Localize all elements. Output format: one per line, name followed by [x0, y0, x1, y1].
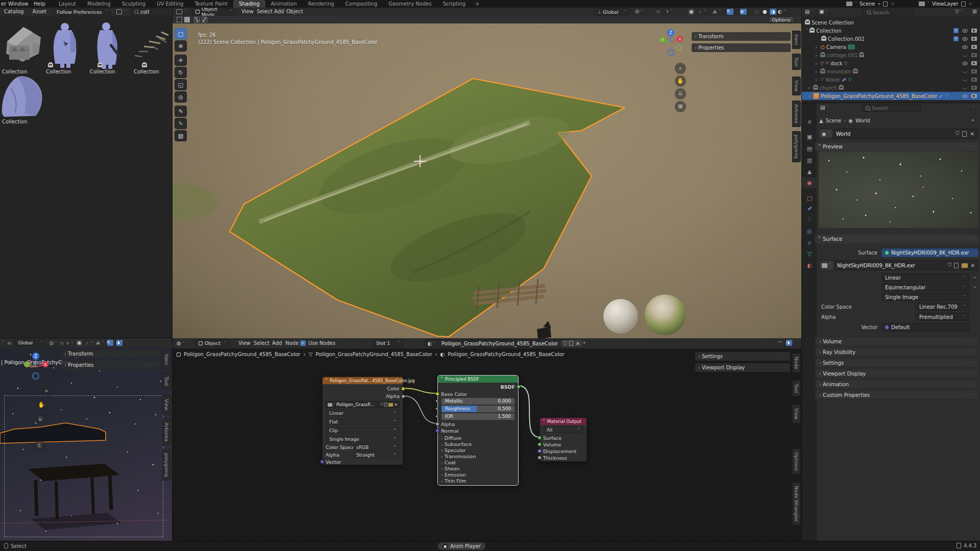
tab-object-data[interactable]: ▽	[802, 248, 817, 259]
preview-panel-header[interactable]: ˅Preview ····	[815, 142, 978, 151]
open-folder-icon[interactable]	[388, 403, 393, 407]
exclude-checkbox[interactable]: ✓	[953, 36, 959, 41]
tab-scene[interactable]: ▲	[802, 166, 817, 177]
unlink-icon[interactable]: ✕	[971, 263, 978, 268]
snap-node-icon[interactable]: ◠	[778, 340, 782, 345]
collapse-chevron[interactable]: ˅	[440, 377, 443, 382]
source-dropdown[interactable]: Single Image˅	[326, 436, 399, 442]
tab-tool[interactable]: Tool	[792, 54, 801, 70]
material-name-field[interactable]: Poliigon_GrassPatchyGround_4585_BaseColo…	[438, 341, 561, 346]
shader-type-dropdown[interactable]: Object˅	[195, 339, 230, 347]
section-thin-film[interactable]: Thin Film	[441, 478, 515, 484]
anim-player-button[interactable]: ■ Anim Player	[438, 542, 485, 550]
tab-modifiers[interactable]	[802, 203, 817, 214]
tab-texture-paint[interactable]: Texture Paint	[189, 1, 233, 7]
tool-scale[interactable]: ◱	[175, 79, 187, 90]
menu-truncated[interactable]: er	[1, 1, 6, 7]
tab-node[interactable]: Node	[792, 353, 801, 373]
editor-type-icon[interactable]: ◍	[177, 339, 185, 348]
world-name-field[interactable]: World	[832, 131, 953, 137]
alpha-dropdown[interactable]: Straight˅	[353, 452, 399, 458]
image-browse-button[interactable]: ˅	[819, 261, 834, 270]
tab-item[interactable]: Item	[792, 31, 801, 49]
render-visibility-icon[interactable]	[971, 29, 977, 33]
display-mode-icon[interactable]	[116, 9, 122, 14]
asset-thumb-knight-2[interactable]	[91, 21, 125, 70]
node-header[interactable]: ˅ Poliigon_GrassPat...4585_BaseColor.jpg	[323, 377, 403, 384]
snap-target-icon[interactable]: ⊦	[67, 340, 73, 346]
unlink-icon[interactable]: ✕	[394, 403, 398, 407]
tab-arborea[interactable]: Arborea	[162, 419, 171, 445]
eye-icon[interactable]	[962, 29, 968, 33]
axis-gizmo[interactable]: Z X Y	[657, 28, 684, 59]
overlays-toggle-icon[interactable]: ⇱	[107, 340, 113, 346]
tool-select-box[interactable]: ▢	[175, 28, 187, 39]
node-principled-bsdf[interactable]: ˅ Principled BSDF BSDF Base Color Metall…	[437, 375, 519, 486]
socket-displacement-in[interactable]	[537, 449, 542, 453]
pin-icon[interactable]: ⌖	[583, 340, 586, 346]
collapse-chevron[interactable]: ˅	[325, 378, 328, 384]
copy-icon[interactable]	[569, 340, 573, 347]
projection-dropdown[interactable]: Equirectangular˅	[881, 283, 969, 291]
outliner-row-collection[interactable]: ˅ Collection ✓	[802, 27, 980, 35]
animate-dot[interactable]: •	[973, 275, 976, 280]
asset-label[interactable]: Collection	[2, 69, 27, 74]
tool-annotate[interactable]: ✎	[175, 106, 187, 117]
socket-thickness-in[interactable]	[537, 456, 542, 460]
panel-animation[interactable]: Animation····	[815, 380, 978, 389]
outliner-row-cottage[interactable]: cottage.001	[802, 51, 980, 59]
menu-node[interactable]: Node	[282, 339, 302, 347]
eye-icon[interactable]	[962, 37, 968, 41]
outliner-row-collection-002[interactable]: Collection.002 ✓	[802, 35, 980, 43]
asset-search-box[interactable]: coll	[131, 8, 169, 15]
eye-closed-icon[interactable]	[962, 86, 968, 89]
eye-icon[interactable]	[962, 62, 968, 65]
outliner-row-church[interactable]: church	[802, 84, 980, 92]
node-image-texture[interactable]: ˅ Poliigon_GrassPat...4585_BaseColor.jpg…	[322, 377, 403, 465]
unlink-icon[interactable]: ✕	[970, 131, 978, 137]
menu-window[interactable]: Window	[8, 1, 28, 7]
npanel-properties[interactable]: Properties····	[692, 43, 791, 52]
socket-alpha-out[interactable]	[401, 394, 405, 398]
lock-icon[interactable]: ⚿	[34, 440, 45, 452]
npanel-properties[interactable]: Properties····	[61, 361, 160, 369]
npanel-settings[interactable]: Settings····	[695, 352, 790, 361]
tool-rotate[interactable]: ↻	[175, 67, 187, 78]
outliner-row-mountain[interactable]: mountain	[802, 67, 980, 76]
tab-animation[interactable]: Animation	[265, 1, 303, 7]
filter-funnel-icon[interactable]: ▽	[955, 9, 963, 14]
scene-browse-icon[interactable]	[846, 2, 852, 6]
menu-help[interactable]: Help	[34, 1, 45, 7]
render-visibility-icon[interactable]	[971, 37, 977, 41]
fake-user-shield-icon[interactable]: ⛉	[561, 340, 569, 347]
viewlayer-icon[interactable]	[919, 2, 925, 6]
tab-modeling[interactable]: Modeling	[82, 1, 116, 7]
tool-add-cube[interactable]: ▧	[175, 130, 187, 141]
tool-measure[interactable]: ✎	[175, 118, 187, 129]
eye-closed-icon[interactable]	[962, 54, 968, 57]
tab-polygoniq[interactable]: polygoniq	[792, 131, 801, 162]
outliner-row-dock[interactable]: ▽ ⫯⫯ dock ▽	[802, 59, 980, 67]
tab-tool[interactable]: Tool	[162, 373, 171, 389]
npanel-transform[interactable]: Transform····	[61, 349, 160, 358]
surface-value-chip[interactable]: NightSkyHDRI009_8K_HDR.exr	[881, 248, 978, 257]
tab-object[interactable]: □	[802, 193, 817, 204]
asset-thumb-mountain[interactable]	[0, 73, 47, 118]
pin-icon[interactable]: ⌖	[878, 1, 881, 7]
tab-render[interactable]: ▣	[802, 132, 817, 142]
panel-volume[interactable]: Volume····	[815, 337, 978, 346]
proportional-edit-icon[interactable]: ◉	[76, 340, 82, 346]
alpha-dropdown[interactable]: Premultiplied˅	[916, 313, 969, 321]
tab-uv-editing[interactable]: UV Editing	[151, 1, 189, 7]
asset-label[interactable]: Collection	[134, 69, 159, 74]
pan-hand-icon[interactable]: ✋	[675, 76, 686, 87]
outliner-search-input[interactable]	[873, 10, 909, 15]
use-nodes-label[interactable]: Use Nodes	[308, 340, 335, 347]
falloff-icon[interactable]: ∧	[85, 340, 92, 346]
expand-icon[interactable]	[815, 61, 819, 66]
tab-shading-active[interactable]: Shading	[233, 0, 265, 8]
properties-search[interactable]	[862, 104, 921, 112]
socket-color-out[interactable]	[401, 387, 405, 391]
tab-polygoniq[interactable]: polygoniq	[162, 449, 171, 481]
socket-alpha-in[interactable]	[435, 422, 439, 426]
